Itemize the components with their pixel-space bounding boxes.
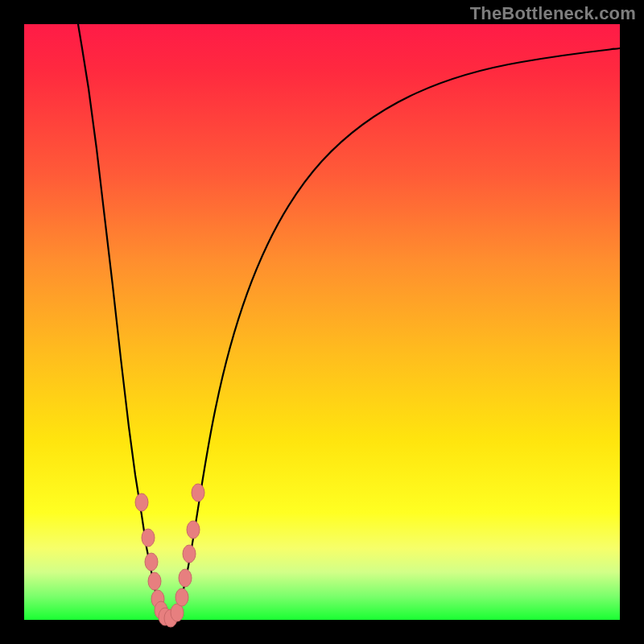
chart-frame: TheBottleneck.com bbox=[0, 0, 644, 644]
plot-area bbox=[24, 24, 620, 620]
watermark-label: TheBottleneck.com bbox=[470, 3, 636, 24]
